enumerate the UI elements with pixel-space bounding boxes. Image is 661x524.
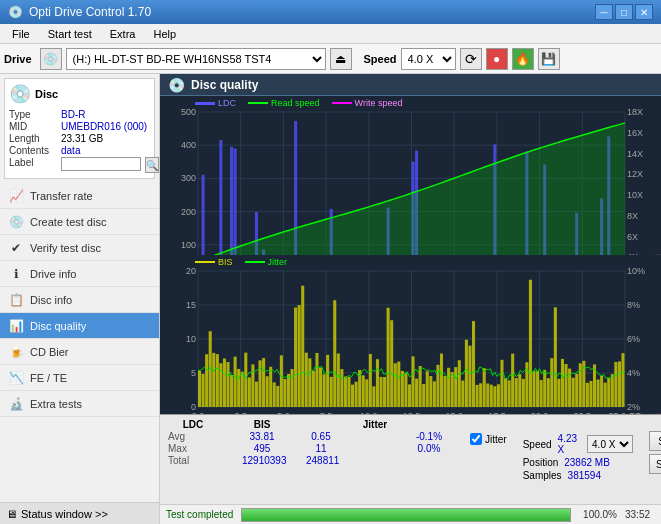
sidebar-item-drive-info[interactable]: ℹ Drive info [0,261,159,287]
fe-te-icon: 📉 [8,371,24,385]
bottom-chart-canvas [160,255,655,414]
title-bar-left: 💿 Opti Drive Control 1.70 [8,5,151,19]
disc-type-value: BD-R [61,109,85,120]
progress-area: Test completed 100.0% 33:52 [160,504,661,524]
eject-button[interactable]: ⏏ [330,48,352,70]
speed-value: 4.23 X [558,433,581,455]
transfer-rate-icon: 📈 [8,189,24,203]
status-window-label: Status window >> [21,508,108,520]
sidebar-item-disc-info[interactable]: 📋 Disc info [0,287,159,313]
disc-contents-label: Contents [9,145,57,156]
speed-label: Speed [364,53,397,65]
sidebar-item-disc-quality[interactable]: 📊 Disc quality [0,313,159,339]
disc-quality-title: Disc quality [191,78,258,92]
disc-mid-value: UMEBDR016 (000) [61,121,147,132]
disc-info-icon: 📋 [8,293,24,307]
legend-jitter: Jitter [245,257,288,267]
speed-label: Speed [523,439,552,450]
sidebar-item-transfer-rate[interactable]: 📈 Transfer rate [0,183,159,209]
samples-label: Samples [523,470,562,481]
legend-write-speed: Write speed [332,98,403,108]
disc-label-button[interactable]: 🔍 [145,157,159,173]
menu-start-test[interactable]: Start test [40,27,100,41]
start-part-button[interactable]: Start part [649,454,661,474]
bottom-chart-legend: BIS Jitter [195,257,287,267]
sidebar-item-disc-quality-label: Disc quality [30,320,86,332]
max-bis: 11 [306,443,336,454]
top-chart: LDC Read speed Write speed [160,96,661,255]
avg-bis: 0.65 [306,431,336,442]
minimize-button[interactable]: ─ [595,4,613,20]
disc-label-row: Label 🔍 [9,157,150,173]
drive-info-icon: ℹ [8,267,24,281]
avg-ldc: 33.81 [242,431,282,442]
burn-button[interactable]: 🔥 [512,48,534,70]
main-content: 💿 Disc Type BD-R MID UMEBDR016 (000) Len… [0,74,661,524]
speed-select[interactable]: 4.0 X [587,435,633,453]
bottom-chart: BIS Jitter [160,255,661,414]
legend-read-speed: Read speed [248,98,320,108]
status-window-button[interactable]: 🖥 Status window >> [0,502,159,524]
legend-bis: BIS [195,257,233,267]
progress-bar-background [241,508,571,522]
disc-quality-header: 💿 Disc quality [160,74,661,96]
title-bar-controls: ─ □ ✕ [595,4,653,20]
app-icon: 💿 [8,5,23,19]
disc-length-label: Length [9,133,57,144]
jitter-checkbox[interactable] [470,433,482,445]
right-panel: 💿 Disc quality LDC Read speed [160,74,661,524]
settings-button[interactable]: ● [486,48,508,70]
disc-length-value: 23.31 GB [61,133,103,144]
max-jitter: 0.0% [404,443,454,454]
drive-label: Drive [4,53,32,65]
progress-bar-fill [242,509,570,521]
disc-type-label: Type [9,109,57,120]
jitter-header: Jitter [350,419,400,430]
disc-type-row: Type BD-R [9,109,150,120]
sidebar-item-cd-bier[interactable]: 🍺 CD Bier [0,339,159,365]
max-label: Max [168,443,218,454]
progress-percent: 100.0% [579,509,617,520]
sidebar-item-fe-te[interactable]: 📉 FE / TE [0,365,159,391]
sidebar-item-create-test-disc-label: Create test disc [30,216,106,228]
total-label: Total [168,455,218,466]
title-bar: 💿 Opti Drive Control 1.70 ─ □ ✕ [0,0,661,24]
ldc-header: LDC [168,419,218,430]
save-button[interactable]: 💾 [538,48,560,70]
start-full-button[interactable]: Start full [649,431,661,451]
disc-contents-value: data [61,145,80,156]
refresh-button[interactable]: ⟳ [460,48,482,70]
sidebar-item-drive-info-label: Drive info [30,268,76,280]
sidebar-item-disc-info-label: Disc info [30,294,72,306]
sidebar-item-fe-te-label: FE / TE [30,372,67,384]
app-title: Opti Drive Control 1.70 [29,5,151,19]
disc-panel-header: 💿 Disc [9,83,150,105]
menu-extra[interactable]: Extra [102,27,144,41]
nav-items: 📈 Transfer rate 💿 Create test disc ✔ Ver… [0,183,159,502]
maximize-button[interactable]: □ [615,4,633,20]
jitter-checkbox-row: Jitter [470,433,507,445]
status-text: Test completed [166,509,233,520]
top-chart-legend: LDC Read speed Write speed [195,98,402,108]
speed-row: Speed 4.23 X 4.0 X [523,433,633,455]
disc-panel-title: Disc [35,88,58,100]
disc-label-input[interactable] [61,157,141,171]
sidebar-item-create-test-disc[interactable]: 💿 Create test disc [0,209,159,235]
cd-bier-icon: 🍺 [8,345,24,359]
disc-quality-icon: 📊 [8,319,24,333]
menu-file[interactable]: File [4,27,38,41]
sidebar-item-cd-bier-label: CD Bier [30,346,69,358]
create-test-disc-icon: 💿 [8,215,24,229]
drive-select[interactable]: (H:) HL-DT-ST BD-RE WH16NS58 TST4 [66,48,326,70]
speed-select[interactable]: 4.0 X Max 2.0 X 1.0 X [401,48,456,70]
sidebar: 💿 Disc Type BD-R MID UMEBDR016 (000) Len… [0,74,160,524]
avg-label: Avg [168,431,218,442]
disc-quality-header-icon: 💿 [168,77,185,93]
progress-time: 33:52 [625,509,655,520]
extra-tests-icon: 🔬 [8,397,24,411]
sidebar-item-extra-tests[interactable]: 🔬 Extra tests [0,391,159,417]
start-buttons: Start full Start part [649,431,661,474]
close-button[interactable]: ✕ [635,4,653,20]
menu-help[interactable]: Help [145,27,184,41]
sidebar-item-verify-test-disc[interactable]: ✔ Verify test disc [0,235,159,261]
